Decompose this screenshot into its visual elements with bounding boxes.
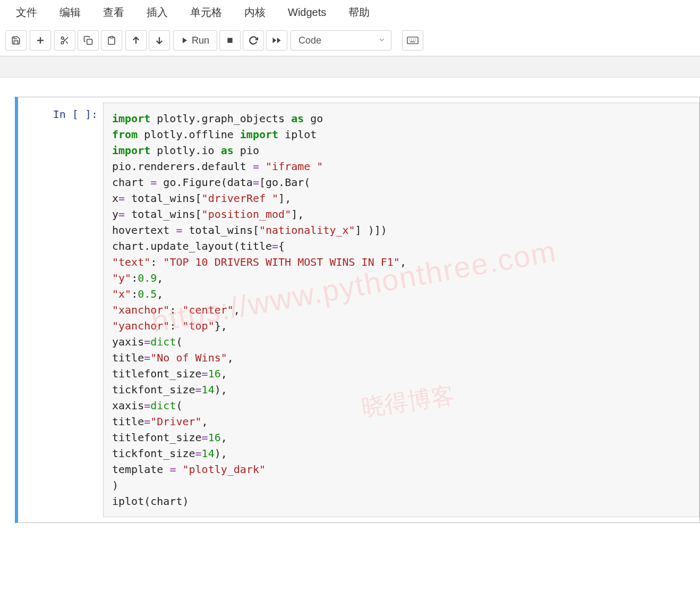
cut-icon	[60, 36, 70, 45]
menu-view[interactable]: 查看	[103, 5, 124, 20]
svg-rect-8	[110, 37, 113, 38]
cut-button[interactable]	[54, 30, 75, 50]
plus-icon	[36, 36, 45, 45]
menu-bar: 文件 编辑 查看 插入 单元格 内核 Widgets 帮助	[0, 0, 700, 28]
svg-marker-13	[277, 38, 281, 44]
run-button[interactable]: Run	[173, 30, 217, 50]
svg-point-2	[61, 37, 64, 39]
menu-widgets[interactable]: Widgets	[288, 6, 326, 19]
cell-type-value: Code	[298, 35, 321, 46]
stop-icon	[226, 37, 234, 44]
copy-icon	[83, 36, 93, 45]
keyboard-icon	[407, 36, 419, 45]
interrupt-button[interactable]	[219, 30, 241, 50]
menu-file[interactable]: 文件	[16, 5, 37, 20]
svg-rect-15	[407, 37, 418, 44]
restart-run-all-button[interactable]	[266, 30, 287, 50]
restart-icon	[249, 36, 258, 45]
paste-button[interactable]	[101, 30, 122, 50]
run-label: Run	[192, 35, 209, 46]
copy-button[interactable]	[78, 30, 99, 50]
svg-line-5	[66, 41, 68, 44]
svg-line-6	[63, 39, 65, 40]
svg-marker-14	[273, 38, 277, 44]
cell-prompt: In [ ]:	[18, 103, 103, 517]
cell-type-select[interactable]: Code	[291, 30, 391, 50]
toolbar-spacer	[0, 56, 700, 78]
svg-marker-11	[183, 38, 187, 44]
add-cell-button[interactable]	[30, 30, 51, 50]
play-icon	[181, 37, 189, 44]
fast-forward-icon	[272, 36, 281, 45]
arrow-up-icon	[131, 36, 141, 45]
move-down-button[interactable]	[149, 30, 170, 50]
notebook-container: In [ ]: import plotly.graph_objects as g…	[0, 78, 700, 544]
chevron-down-icon	[378, 35, 386, 46]
menu-kernel[interactable]: 内核	[244, 5, 266, 20]
save-icon	[11, 36, 21, 45]
svg-rect-7	[87, 39, 92, 45]
code-cell[interactable]: In [ ]: import plotly.graph_objects as g…	[15, 97, 700, 523]
move-up-button[interactable]	[125, 30, 147, 50]
menu-help[interactable]: 帮助	[348, 5, 370, 20]
menu-insert[interactable]: 插入	[147, 5, 168, 20]
paste-icon	[107, 36, 116, 45]
menu-edit[interactable]: 编辑	[59, 5, 81, 20]
code-input[interactable]: import plotly.graph_objects as go from p…	[103, 103, 699, 517]
menu-cell[interactable]: 单元格	[190, 5, 222, 20]
command-palette-button[interactable]	[402, 30, 423, 50]
svg-rect-12	[227, 38, 232, 43]
svg-point-3	[61, 41, 64, 44]
arrow-down-icon	[155, 36, 164, 45]
toolbar: Run Code	[0, 28, 700, 56]
save-button[interactable]	[5, 30, 27, 50]
restart-button[interactable]	[243, 30, 264, 50]
